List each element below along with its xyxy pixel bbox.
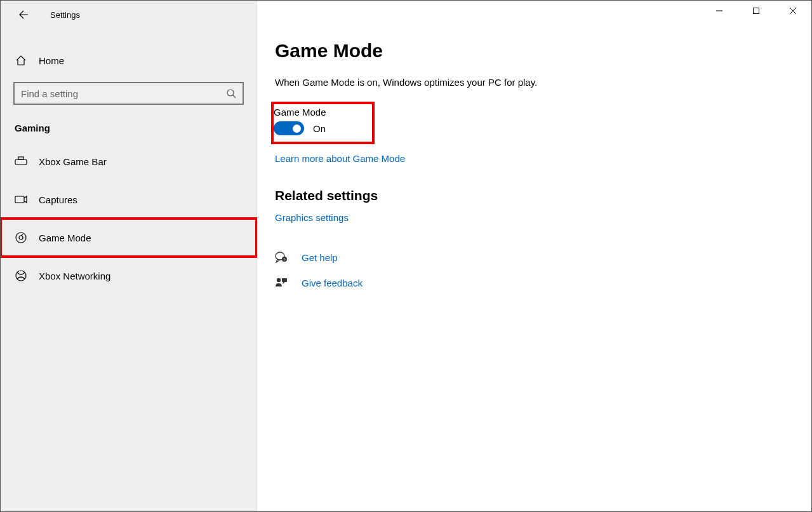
toggle-row: On bbox=[274, 121, 326, 135]
search-container bbox=[1, 74, 256, 107]
settings-window: Settings Home Gaming Xbox Game Bar bbox=[1, 1, 811, 511]
svg-point-0 bbox=[227, 90, 234, 96]
titlebar: Settings bbox=[1, 1, 256, 29]
close-icon bbox=[789, 7, 797, 15]
sidebar-item-xbox-game-bar[interactable]: Xbox Game Bar bbox=[1, 142, 256, 180]
search-input[interactable] bbox=[21, 88, 226, 99]
svg-rect-7 bbox=[754, 8, 759, 14]
feedback-icon bbox=[275, 276, 288, 289]
sidebar: Settings Home Gaming Xbox Game Bar bbox=[1, 1, 257, 511]
sidebar-item-label: Game Mode bbox=[39, 232, 91, 243]
sidebar-item-label: Xbox Game Bar bbox=[39, 156, 107, 167]
maximize-button[interactable] bbox=[738, 1, 775, 21]
help-icon: ? bbox=[275, 251, 288, 264]
page-title: Game Mode bbox=[275, 40, 786, 62]
game-mode-toggle-block: Game Mode On bbox=[274, 104, 372, 142]
sidebar-item-label: Xbox Networking bbox=[39, 271, 110, 281]
sidebar-item-game-mode[interactable]: Game Mode bbox=[1, 219, 256, 257]
back-arrow-icon bbox=[18, 10, 29, 20]
get-help-row: ? Get help bbox=[275, 251, 786, 264]
minimize-button[interactable] bbox=[701, 1, 738, 21]
titlebar-text: Settings bbox=[50, 10, 80, 20]
svg-rect-1 bbox=[15, 159, 27, 165]
svg-point-11 bbox=[277, 278, 281, 282]
svg-point-6 bbox=[16, 271, 26, 281]
home-label: Home bbox=[39, 55, 64, 66]
page-description: When Game Mode is on, Windows optimizes … bbox=[275, 77, 786, 88]
sidebar-category: Gaming bbox=[1, 107, 256, 142]
game-mode-icon bbox=[15, 231, 27, 244]
graphics-settings-link[interactable]: Graphics settings bbox=[275, 212, 349, 223]
home-icon bbox=[15, 54, 27, 67]
search-icon bbox=[226, 88, 236, 98]
main-pane: Game Mode When Game Mode is on, Windows … bbox=[257, 1, 811, 511]
game-mode-toggle[interactable] bbox=[274, 121, 304, 135]
xbox-networking-icon bbox=[15, 269, 27, 282]
sidebar-item-xbox-networking[interactable]: Xbox Networking bbox=[1, 257, 256, 295]
learn-more-link[interactable]: Learn more about Game Mode bbox=[275, 153, 405, 164]
toggle-knob bbox=[293, 125, 301, 133]
get-help-link[interactable]: Get help bbox=[302, 252, 338, 263]
sidebar-item-label: Captures bbox=[39, 194, 77, 205]
window-controls bbox=[701, 1, 811, 21]
sidebar-item-captures[interactable]: Captures bbox=[1, 180, 256, 219]
svg-rect-3 bbox=[15, 196, 24, 203]
svg-rect-2 bbox=[18, 157, 23, 159]
toggle-label: Game Mode bbox=[274, 107, 326, 118]
give-feedback-row: Give feedback bbox=[275, 276, 786, 289]
close-button[interactable] bbox=[775, 1, 811, 21]
minimize-icon bbox=[715, 7, 723, 15]
back-button[interactable] bbox=[16, 7, 31, 22]
toggle-state: On bbox=[313, 123, 326, 134]
give-feedback-link[interactable]: Give feedback bbox=[302, 278, 363, 288]
sidebar-home[interactable]: Home bbox=[1, 46, 256, 74]
related-settings-title: Related settings bbox=[275, 188, 786, 203]
content: Game Mode When Game Mode is on, Windows … bbox=[257, 1, 811, 289]
svg-rect-12 bbox=[282, 278, 287, 282]
maximize-icon bbox=[752, 7, 760, 15]
game-bar-icon bbox=[15, 155, 27, 168]
search-box[interactable] bbox=[13, 82, 244, 105]
svg-point-4 bbox=[16, 232, 26, 243]
captures-icon bbox=[15, 193, 27, 206]
svg-point-5 bbox=[19, 236, 23, 239]
